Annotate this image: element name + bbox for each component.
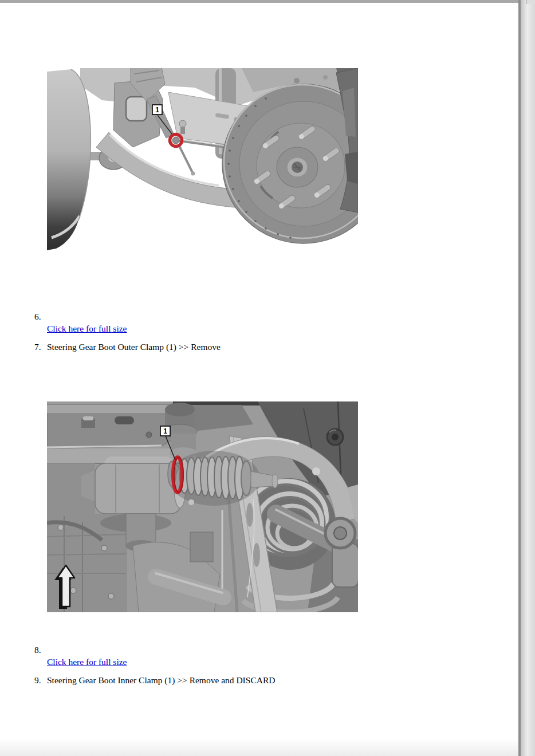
figure-steering-gear-boot-inner-clamp: 1 — [47, 401, 358, 612]
step-9-text: Steering Gear Boot Inner Clamp (1) >> Re… — [47, 675, 275, 685]
callout-1-label: 1 — [163, 427, 167, 435]
scrollbar-track[interactable] — [521, 0, 535, 756]
callout-1-box: 1 — [160, 426, 170, 436]
callout-1-label: 1 — [155, 106, 159, 114]
illustration-front-suspension: 1 — [47, 68, 358, 252]
scrollbar-corner — [526, 0, 535, 4]
full-size-link-8[interactable]: Click here for full size — [47, 657, 127, 667]
list-marker-9: 9. — [34, 675, 41, 685]
page-bottom-fade — [0, 739, 518, 756]
window-top-border — [0, 0, 535, 3]
list-marker-6: 6. — [34, 312, 41, 321]
figure-steering-gear-boot-outer-clamp: 1 — [47, 68, 358, 252]
callout-1-box: 1 — [152, 105, 162, 115]
step-7-text: Steering Gear Boot Outer Clamp (1) >> Re… — [47, 342, 221, 352]
full-size-link-6[interactable]: Click here for full size — [47, 324, 127, 333]
list-marker-8: 8. — [34, 645, 41, 655]
list-marker-7: 7. — [34, 342, 41, 352]
illustration-steering-gear: 1 — [47, 401, 358, 612]
